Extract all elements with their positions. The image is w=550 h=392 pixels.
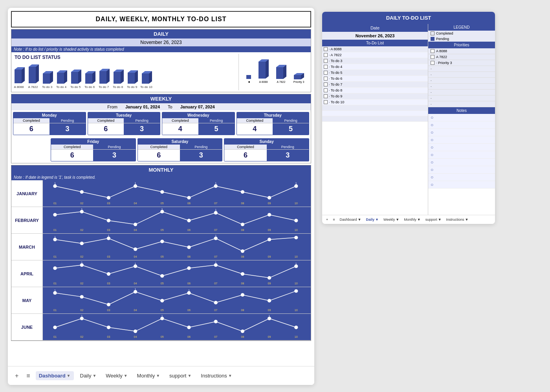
daily-arrow: ▼ <box>92 374 96 378</box>
right-instructions-arrow: ▼ <box>465 218 469 222</box>
legend-header: LEGEND <box>428 24 495 31</box>
priority-checkbox-3[interactable] <box>431 61 434 65</box>
note-item: ○ <box>428 144 495 151</box>
checkbox-todo4[interactable] <box>324 65 328 69</box>
svg-point-91 <box>161 240 164 243</box>
svg-text:1: 1 <box>81 261 82 264</box>
checkbox-todo7[interactable] <box>324 82 328 86</box>
svg-marker-36 <box>283 65 286 79</box>
right-tab-monthly[interactable]: Monthly ▼ <box>402 217 422 222</box>
checkbox-todo9[interactable] <box>324 94 328 98</box>
right-add-button[interactable]: + <box>324 217 330 222</box>
svg-point-73 <box>295 219 298 222</box>
svg-text:09: 09 <box>268 335 271 338</box>
tab-instructions[interactable]: Instructions ▼ <box>198 371 235 380</box>
svg-point-136 <box>107 303 110 306</box>
priority-empty: · <box>428 90 495 95</box>
monthly-arrow: ▼ <box>156 374 160 378</box>
list-item: · To do 4 <box>322 64 428 70</box>
svg-text:07: 07 <box>214 202 217 205</box>
tab-support[interactable]: support ▼ <box>166 371 194 380</box>
note-item: ○ <box>428 166 495 174</box>
svg-point-94 <box>241 249 244 253</box>
checkbox-todo10[interactable] <box>324 100 328 104</box>
note-item: ○ <box>428 181 495 189</box>
list-item: · To do 7 <box>322 82 428 88</box>
right-tab-weekly[interactable]: Weekly ▼ <box>382 217 401 222</box>
svg-text:09: 09 <box>268 255 271 258</box>
svg-point-139 <box>187 291 191 295</box>
right-menu-button[interactable]: ≡ <box>331 217 336 222</box>
checkbox-a7822[interactable] <box>324 53 328 57</box>
right-left-column: Date November 26, 2023 To-Do List · A 80… <box>322 24 428 215</box>
svg-rect-30 <box>246 75 251 79</box>
svg-text:09: 09 <box>268 229 271 231</box>
priorities-header: Priorities <box>428 42 495 48</box>
svg-text:08: 08 <box>241 255 244 258</box>
right-panel-toolbar: + ≡ Dashboard ▼ Daily ▼ Weekly ▼ Monthly… <box>322 215 495 224</box>
svg-text:05: 05 <box>161 229 164 231</box>
svg-marker-5 <box>36 64 39 83</box>
day-sunday: Sunday Completed Pending 6 3 <box>224 138 309 161</box>
tab-monthly[interactable]: Monthly ▼ <box>134 371 163 380</box>
legend-completed: Completed <box>428 31 495 36</box>
main-toolbar: + ≡ Dashboard ▼ Daily ▼ Weekly ▼ Monthly… <box>8 366 314 385</box>
svg-marker-20 <box>106 69 110 84</box>
weekly-arrow: ▼ <box>124 374 128 378</box>
list-item: · A 8088 <box>322 46 428 52</box>
svg-text:01: 01 <box>53 335 57 338</box>
svg-text:1: 1 <box>135 182 136 185</box>
main-spreadsheet: DAILY, WEEKLY, MONTHLY TO-DO LIST DAILY … <box>8 8 314 385</box>
svg-point-143 <box>295 289 298 293</box>
checkbox-todo6[interactable] <box>324 77 328 81</box>
svg-point-43 <box>134 185 137 188</box>
list-item-empty <box>322 116 428 122</box>
checkbox-a8088[interactable] <box>324 47 328 51</box>
month-june: JUNE <box>11 314 311 341</box>
tab-dashboard[interactable]: Dashboard ▼ <box>36 371 74 380</box>
svg-text:1: 1 <box>54 289 56 292</box>
month-february: FEBRUARY <box>11 207 311 234</box>
bar-a8088: A 8088 <box>13 66 25 89</box>
svg-point-161 <box>161 317 164 320</box>
svg-text:01: 01 <box>53 255 57 258</box>
menu-button[interactable]: ≡ <box>24 371 32 381</box>
list-item: · To do 3 <box>322 58 428 64</box>
right-tab-daily[interactable]: Daily ▼ <box>364 217 380 222</box>
priority-checkbox-a7822[interactable] <box>431 55 434 59</box>
checkbox-todo3[interactable] <box>324 59 328 63</box>
svg-text:07: 07 <box>214 335 217 338</box>
weekly-section: WEEKLY From January 01, 2024 To January … <box>11 94 311 163</box>
checkbox-todo8[interactable] <box>324 88 328 92</box>
svg-text:02: 02 <box>80 309 83 311</box>
svg-marker-12 <box>71 72 78 84</box>
svg-point-141 <box>241 293 244 297</box>
pending-dot <box>431 37 434 41</box>
svg-point-49 <box>295 185 298 188</box>
right-tab-dashboard[interactable]: Dashboard ▼ <box>338 217 363 222</box>
svg-point-135 <box>80 295 83 299</box>
day-tuesday: Tuesday Completed Pending 6 3 <box>88 112 161 135</box>
daily-header: DAILY <box>11 29 311 38</box>
list-item: · To do 8 <box>322 88 428 93</box>
svg-point-116 <box>214 264 217 267</box>
monthly-note: Note : If date in legend is '1', task is… <box>11 174 311 180</box>
tab-weekly[interactable]: Weekly ▼ <box>103 371 130 380</box>
svg-text:03: 03 <box>107 309 110 311</box>
add-button[interactable]: + <box>13 371 21 381</box>
svg-text:03: 03 <box>107 335 110 338</box>
svg-marker-34 <box>276 67 283 79</box>
svg-point-88 <box>80 242 83 245</box>
tab-daily[interactable]: Daily ▼ <box>77 371 100 380</box>
svg-point-87 <box>53 238 57 241</box>
date-label: Date <box>322 24 428 32</box>
svg-point-96 <box>295 236 298 239</box>
right-tab-support[interactable]: support ▼ <box>424 217 443 222</box>
svg-point-164 <box>241 330 244 333</box>
svg-point-72 <box>268 213 271 216</box>
checkbox-todo5[interactable] <box>324 71 328 75</box>
priority-checkbox-a8088[interactable] <box>431 49 434 53</box>
day-saturday: Saturday Completed Pending 6 3 <box>138 138 223 161</box>
svg-point-134 <box>53 291 57 295</box>
right-tab-instructions[interactable]: Instructions ▼ <box>445 217 470 222</box>
